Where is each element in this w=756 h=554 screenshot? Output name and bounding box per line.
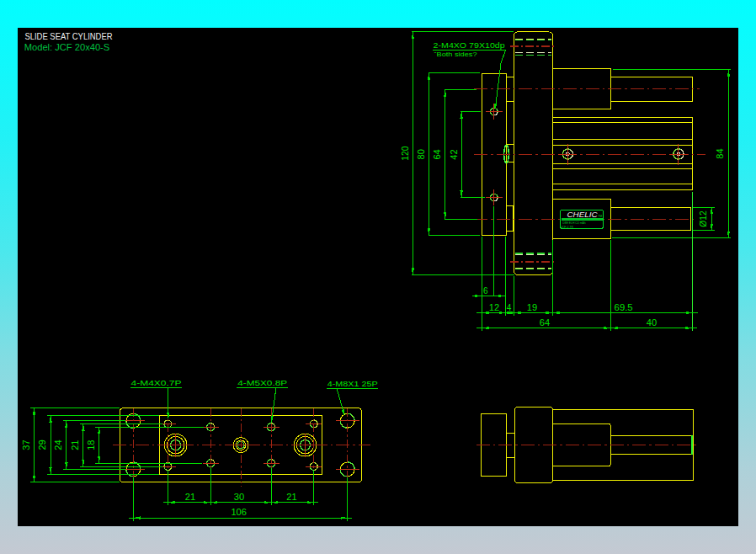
svg-text:SLIDE SEAT CYLINDER: SLIDE SEAT CYLINDER [24,31,112,41]
svg-text:37: 37 [22,439,31,450]
svg-text:24: 24 [54,439,63,450]
svg-text:JCF-2-TR: JCF-2-TR [561,226,573,229]
svg-text:30: 30 [234,493,245,502]
svg-text:21: 21 [286,493,297,502]
svg-text:80: 80 [417,149,426,160]
svg-text:6: 6 [483,286,488,296]
svg-text:TM: TM [599,215,603,218]
svg-text:Model: JCF 20x40-S: Model: JCF 20x40-S [24,42,109,52]
svg-text:21: 21 [71,439,80,450]
svg-text:4-M8X1 25P: 4-M8X1 25P [327,380,378,388]
svg-text:106: 106 [231,508,247,517]
svg-text:64: 64 [540,318,551,328]
svg-text:69.5: 69.5 [615,303,633,312]
svg-text:64: 64 [433,149,442,160]
svg-text:Ø12: Ø12 [699,210,708,227]
svg-text:CHELIC: CHELIC [567,210,599,219]
svg-text:84: 84 [716,148,725,159]
svg-text:4: 4 [507,303,512,312]
svg-text:42: 42 [450,149,459,160]
svg-text:29: 29 [38,439,47,450]
svg-text:ˇBoth sides?: ˇBoth sides? [434,51,477,57]
svg-text:21: 21 [185,493,196,502]
svg-text:19: 19 [527,303,538,312]
svg-text:4-M4X0.7P: 4-M4X0.7P [131,379,182,387]
svg-text:12: 12 [489,303,500,312]
svg-text:D8E ELH C4 mAh: D8E ELH C4 mAh [562,221,585,225]
svg-text:4-M5X0.8P: 4-M5X0.8P [237,379,287,387]
svg-text:2-M4XO 79X10dp: 2-M4XO 79X10dp [434,41,505,50]
svg-text:40: 40 [647,318,658,328]
svg-text:120: 120 [401,146,410,160]
svg-text:18: 18 [87,439,96,450]
